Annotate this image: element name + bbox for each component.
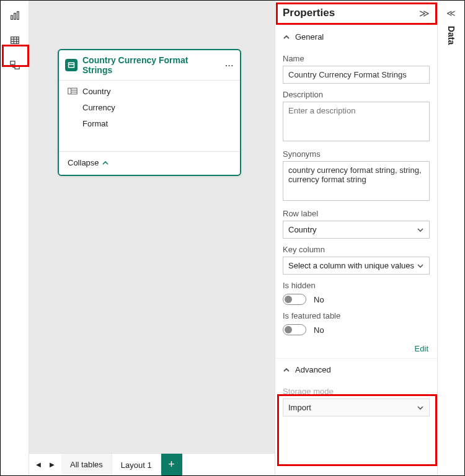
key-column-label: Key column (283, 245, 430, 254)
column-row[interactable]: Format (59, 115, 240, 131)
storage-mode-label: Storage mode (283, 387, 430, 396)
expand-panel-icon[interactable]: ≫ (419, 7, 430, 19)
layout-tabs-bar: ◄► All tables Layout 1 + (29, 453, 275, 475)
model-canvas[interactable]: Country Currency Format Strings ··· Coun… (29, 1, 275, 475)
svg-rect-8 (10, 61, 14, 64)
next-tab-icon[interactable]: ► (46, 460, 58, 469)
is-hidden-label: Is hidden (283, 281, 430, 290)
svg-rect-1 (14, 13, 16, 19)
properties-panel: Properties ≫ General Name Description Sy… (275, 1, 437, 475)
collapse-icon[interactable]: ≪ (446, 8, 456, 18)
is-featured-label: Is featured table (283, 311, 430, 320)
column-row[interactable]: Currency (59, 99, 240, 115)
description-input[interactable] (283, 102, 430, 141)
add-layout-button[interactable]: + (161, 454, 182, 475)
collapse-toggle[interactable]: Collapse (59, 152, 240, 175)
edit-link[interactable]: Edit (284, 344, 428, 353)
row-label-label: Row label (283, 209, 430, 218)
data-pane-collapsed[interactable]: ≪ Data (437, 1, 464, 475)
report-view-icon[interactable] (6, 7, 24, 24)
storage-mode-select: Import (283, 399, 430, 416)
synonyms-input[interactable] (283, 161, 430, 201)
description-label: Description (283, 90, 430, 99)
svg-rect-14 (68, 88, 77, 94)
key-column-select[interactable]: Select a column with unique values (283, 257, 430, 275)
section-advanced[interactable]: Advanced (283, 359, 430, 381)
table-title: Country Currency Format Strings (82, 55, 220, 75)
prev-tab-icon[interactable]: ◄ (33, 460, 44, 469)
data-pane-label: Data (446, 26, 456, 45)
svg-rect-9 (15, 66, 19, 69)
section-general[interactable]: General (275, 26, 437, 48)
column-row[interactable]: Country (59, 83, 240, 99)
model-view-icon[interactable] (6, 56, 24, 74)
more-options-icon[interactable]: ··· (225, 61, 234, 70)
tab-all-tables[interactable]: All tables (61, 454, 112, 475)
name-input[interactable] (283, 66, 430, 84)
svg-rect-2 (17, 12, 19, 20)
panel-title: Properties (283, 7, 335, 19)
tab-nav: ◄► (29, 454, 61, 475)
svg-rect-3 (11, 37, 19, 44)
tab-layout-1[interactable]: Layout 1 (112, 454, 161, 475)
table-icon (65, 59, 78, 71)
is-featured-toggle[interactable] (283, 324, 306, 335)
name-label: Name (283, 54, 430, 63)
view-switcher (1, 1, 29, 475)
is-hidden-toggle[interactable] (283, 294, 306, 305)
svg-rect-0 (11, 15, 12, 19)
row-label-select[interactable]: Country (283, 221, 430, 239)
synonyms-label: Synonyms (283, 149, 430, 159)
table-card[interactable]: Country Currency Format Strings ··· Coun… (58, 49, 241, 176)
data-view-icon[interactable] (6, 32, 24, 49)
